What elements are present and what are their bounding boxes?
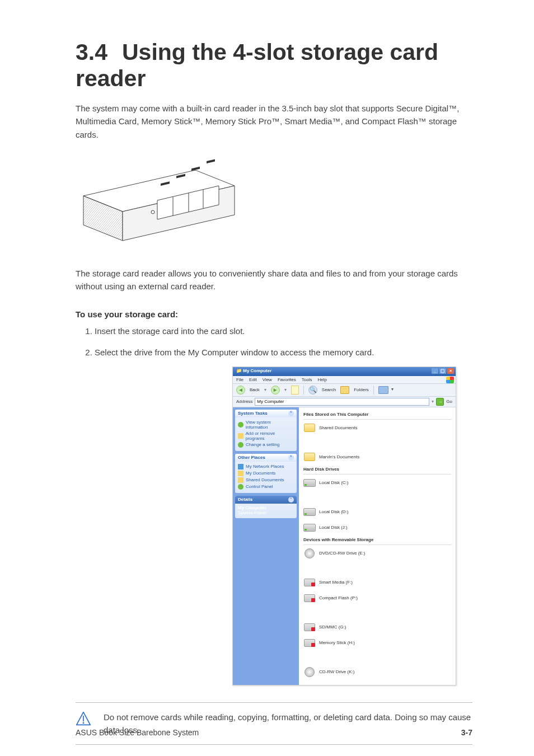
window-body: System Tasks ˄ View system information A… — [233, 407, 456, 685]
item-local-disk-c[interactable]: Local Disk (C:) — [303, 477, 371, 489]
panel-other-places: Other Places ˄ My Network Places My Docu… — [235, 454, 297, 493]
svg-point-15 — [83, 722, 85, 724]
panel-header[interactable]: Details ˄ — [235, 496, 297, 504]
panel-title: System Tasks — [238, 411, 268, 416]
chevron-up-icon: ˄ — [288, 497, 294, 503]
item-shared-documents[interactable]: Shared Documents — [303, 422, 371, 434]
item-dvd-cdrw[interactable]: DVD/CD-RW Drive (E:) — [303, 547, 371, 560]
my-computer-screenshot: 📁 My Computer _ ▢ × File Edit View Favor… — [232, 367, 456, 685]
menu-tools[interactable]: Tools — [302, 377, 312, 382]
item-sd-mmc[interactable]: SD/MMC (G:) — [303, 621, 371, 633]
note-paragraph: The storage card reader allows you to co… — [76, 267, 472, 293]
go-button[interactable]: → — [436, 398, 444, 406]
removable-icon — [304, 594, 315, 602]
footer-page-number: 3-7 — [461, 728, 472, 737]
panel-header[interactable]: Other Places ˄ — [235, 454, 297, 462]
panel-title: Details — [238, 497, 252, 502]
address-bar: Address ▾ → Go — [233, 397, 456, 407]
window-title: My Computer — [243, 368, 271, 373]
up-button[interactable] — [291, 386, 299, 395]
menu-favorites[interactable]: Favorites — [278, 377, 296, 382]
optical-drive-icon — [305, 667, 315, 677]
folder-icon — [304, 453, 315, 461]
link-my-documents[interactable]: My Documents — [238, 470, 294, 477]
folders-label: Folders — [354, 387, 369, 392]
warning-icon — [76, 711, 91, 726]
close-button[interactable]: × — [447, 368, 454, 374]
item-cdrw-drive[interactable]: CD-RW Drive (K:) — [303, 666, 371, 678]
item-user-documents[interactable]: Marvin's Documents — [303, 451, 371, 463]
section-heading: 3.4Using the 4-slot storage card reader — [76, 39, 472, 92]
removable-icon — [304, 639, 315, 647]
window-buttons: _ ▢ × — [432, 368, 454, 374]
menu-file[interactable]: File — [236, 377, 243, 382]
item-memory-stick[interactable]: Memory Stick (H:) — [303, 637, 371, 649]
item-local-disk-j[interactable]: Local Disk (J:) — [303, 522, 371, 534]
back-label: Back — [250, 387, 260, 392]
forward-button[interactable]: ► — [271, 386, 280, 395]
menu-view[interactable]: View — [263, 377, 272, 382]
page-footer: ASUS Book Size Barebone System 3-7 — [76, 728, 472, 737]
panel-title: Other Places — [238, 455, 265, 460]
subhead: To use your storage card: — [76, 309, 472, 319]
link-change-setting[interactable]: Change a setting — [238, 442, 294, 448]
item-compact-flash[interactable]: Compact Flash (P:) — [303, 592, 371, 604]
item-local-disk-d[interactable]: Local Disk (D:) — [303, 506, 371, 518]
menu-help[interactable]: Help — [317, 377, 326, 382]
step-1: Insert the storage card into the card sl… — [95, 325, 472, 337]
side-panel: System Tasks ˄ View system information A… — [233, 407, 299, 685]
optical-drive-icon — [305, 548, 315, 558]
maximize-button[interactable]: ▢ — [439, 368, 446, 374]
section-title: Using the 4-slot storage card reader — [76, 39, 438, 91]
folder-icon: 📁 — [236, 368, 243, 373]
folder-icon — [304, 424, 315, 432]
chevron-up-icon: ˄ — [288, 455, 294, 461]
panel-header[interactable]: System Tasks ˄ — [235, 410, 297, 417]
intro-paragraph: The system may come with a built-in card… — [76, 102, 472, 141]
hdd-icon — [303, 479, 316, 487]
details-title: My Computer — [238, 505, 294, 510]
section-number: 3.4 — [76, 39, 107, 65]
windows-flag-icon — [446, 377, 454, 383]
minimize-button[interactable]: _ — [432, 368, 438, 374]
views-button[interactable] — [378, 386, 388, 394]
section-files-stored: Files Stored on This Computer — [303, 412, 451, 417]
hdd-icon — [303, 508, 316, 516]
chevron-up-icon: ˄ — [288, 411, 294, 416]
toolbar: ◄ Back ▾ ► ▾ 🔍 Search Folders — [233, 384, 456, 397]
removable-icon — [304, 623, 315, 631]
link-add-remove[interactable]: Add or remove programs — [238, 430, 294, 442]
search-icon[interactable]: 🔍 — [308, 386, 317, 395]
menu-bar: File Edit View Favorites Tools Help — [233, 376, 456, 384]
footer-left: ASUS Book Size Barebone System — [76, 728, 199, 737]
item-smart-media[interactable]: Smart Media (F:) — [303, 576, 371, 589]
back-button[interactable]: ◄ — [236, 386, 245, 395]
panel-system-tasks: System Tasks ˄ View system information A… — [235, 410, 297, 451]
caution-box: Do not remove cards while reading, copyi… — [76, 702, 472, 745]
go-label: Go — [446, 399, 452, 404]
search-label: Search — [322, 387, 336, 392]
link-control-panel[interactable]: Control Panel — [238, 483, 294, 490]
link-shared-docs[interactable]: Shared Documents — [238, 477, 294, 483]
step-2: Select the drive from the My Computer wi… — [95, 346, 472, 359]
steps-list: Insert the storage card into the card sl… — [95, 325, 472, 359]
svg-point-12 — [151, 210, 154, 214]
link-network-places[interactable]: My Network Places — [238, 463, 294, 470]
svg-rect-11 — [207, 159, 215, 163]
address-label: Address — [236, 399, 252, 404]
hdd-icon — [303, 524, 316, 532]
section-removable: Devices with Removable Storage — [303, 537, 451, 542]
section-hard-disks: Hard Disk Drives — [303, 467, 451, 472]
main-pane: Files Stored on This Computer Shared Doc… — [299, 407, 456, 685]
window-titlebar: 📁 My Computer _ ▢ × — [233, 367, 456, 376]
removable-icon — [304, 579, 315, 586]
device-illustration — [73, 157, 472, 255]
menu-edit[interactable]: Edit — [249, 377, 257, 382]
address-input[interactable] — [255, 398, 429, 406]
folders-button[interactable] — [340, 386, 349, 394]
panel-details: Details ˄ My Computer System Folder — [235, 496, 297, 518]
link-view-sys-info[interactable]: View system information — [238, 419, 294, 430]
details-subtitle: System Folder — [238, 510, 294, 515]
card-reader-drawing — [73, 157, 241, 255]
